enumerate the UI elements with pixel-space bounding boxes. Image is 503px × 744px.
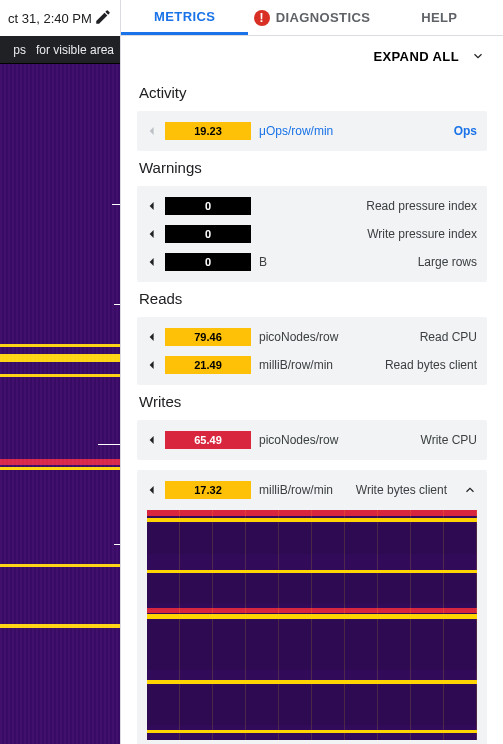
metric-unit: milliB/row/min bbox=[259, 483, 333, 497]
subbar-right-text: for visible area bbox=[36, 43, 114, 57]
svg-marker-4 bbox=[150, 333, 154, 341]
section-writes-expanded: 17.32 milliB/row/min Write bytes client bbox=[137, 470, 487, 744]
heatmap-texture bbox=[0, 64, 120, 744]
metric-unit[interactable]: μOps/row/min bbox=[259, 124, 333, 138]
alert-icon: ! bbox=[254, 10, 270, 26]
svg-marker-5 bbox=[150, 361, 154, 369]
tab-metrics[interactable]: METRICS bbox=[121, 0, 248, 35]
collapse-arrow-icon[interactable] bbox=[147, 331, 157, 343]
collapse-arrow-icon[interactable] bbox=[147, 256, 157, 268]
subbar-left-text: ps bbox=[13, 43, 26, 57]
collapse-arrow-icon[interactable] bbox=[147, 434, 157, 446]
metric-bar: 65.49 bbox=[165, 431, 251, 449]
metric-unit: picoNodes/row bbox=[259, 433, 338, 447]
tabs: METRICS ! DIAGNOSTICS HELP bbox=[121, 0, 503, 36]
left-topbar: ct 31, 2:40 PM bbox=[0, 0, 120, 36]
axis-tick bbox=[98, 444, 120, 445]
metric-label: Read pressure index bbox=[366, 199, 477, 213]
heatmap-inline[interactable] bbox=[147, 510, 477, 740]
heatmap-left[interactable] bbox=[0, 64, 120, 744]
metric-unit: milliB/row/min bbox=[259, 358, 333, 372]
chevron-up-icon[interactable] bbox=[463, 483, 477, 497]
section-title-writes: Writes bbox=[139, 393, 487, 410]
metric-bar: 79.46 bbox=[165, 328, 251, 346]
metric-label: Read bytes client bbox=[385, 358, 477, 372]
timestamp-label: ct 31, 2:40 PM bbox=[8, 11, 92, 26]
metric-unit: picoNodes/row bbox=[259, 330, 338, 344]
expand-all-row[interactable]: EXPAND ALL bbox=[121, 36, 503, 76]
metric-label: Write pressure index bbox=[367, 227, 477, 241]
section-title-warnings: Warnings bbox=[139, 159, 487, 176]
svg-marker-1 bbox=[150, 202, 154, 210]
metric-bar: 0 bbox=[165, 225, 251, 243]
collapse-arrow-icon[interactable] bbox=[147, 484, 157, 496]
metric-row[interactable]: 17.32 milliB/row/min Write bytes client bbox=[147, 476, 477, 504]
tab-help[interactable]: HELP bbox=[376, 0, 503, 35]
left-subbar: ps for visible area bbox=[0, 36, 120, 64]
right-panel: METRICS ! DIAGNOSTICS HELP EXPAND ALL Ac… bbox=[120, 0, 503, 744]
collapse-arrow-icon[interactable] bbox=[147, 125, 157, 137]
metric-row[interactable]: 65.49 picoNodes/row Write CPU bbox=[147, 426, 477, 454]
section-title-activity: Activity bbox=[139, 84, 487, 101]
metric-label: Write CPU bbox=[421, 433, 477, 447]
heatmap-grid bbox=[147, 510, 477, 740]
metrics-content: Activity 19.23 μOps/row/min Ops Warnings… bbox=[121, 76, 503, 744]
svg-marker-0 bbox=[150, 127, 154, 135]
svg-marker-3 bbox=[150, 258, 154, 266]
metric-row[interactable]: 79.46 picoNodes/row Read CPU bbox=[147, 323, 477, 351]
left-panel: ct 31, 2:40 PM ps for visible area bbox=[0, 0, 120, 744]
metric-row[interactable]: 21.49 milliB/row/min Read bytes client bbox=[147, 351, 477, 379]
collapse-arrow-icon[interactable] bbox=[147, 228, 157, 240]
tab-diagnostics-label: DIAGNOSTICS bbox=[276, 10, 371, 25]
metric-row[interactable]: 19.23 μOps/row/min Ops bbox=[147, 117, 477, 145]
metric-label: Write bytes client bbox=[356, 483, 447, 497]
metric-label[interactable]: Ops bbox=[454, 124, 477, 138]
metric-bar: 0 bbox=[165, 253, 251, 271]
metric-bar: 21.49 bbox=[165, 356, 251, 374]
metric-row[interactable]: 0 B Large rows bbox=[147, 248, 477, 276]
metric-label: Read CPU bbox=[420, 330, 477, 344]
section-reads: 79.46 picoNodes/row Read CPU 21.49 milli… bbox=[137, 317, 487, 385]
metric-bar: 19.23 bbox=[165, 122, 251, 140]
tab-diagnostics[interactable]: ! DIAGNOSTICS bbox=[248, 0, 375, 35]
section-title-reads: Reads bbox=[139, 290, 487, 307]
metric-row[interactable]: 0 Read pressure index bbox=[147, 192, 477, 220]
svg-marker-6 bbox=[150, 436, 154, 444]
axis-tick bbox=[112, 204, 120, 205]
axis-tick bbox=[114, 304, 120, 305]
metric-row[interactable]: 0 Write pressure index bbox=[147, 220, 477, 248]
metric-unit: B bbox=[259, 255, 267, 269]
expand-all-label: EXPAND ALL bbox=[373, 49, 459, 64]
metric-bar: 17.32 bbox=[165, 481, 251, 499]
section-activity: 19.23 μOps/row/min Ops bbox=[137, 111, 487, 151]
axis-tick bbox=[114, 544, 120, 545]
collapse-arrow-icon[interactable] bbox=[147, 359, 157, 371]
metric-label: Large rows bbox=[418, 255, 477, 269]
section-warnings: 0 Read pressure index 0 Write pressure i… bbox=[137, 186, 487, 282]
svg-marker-7 bbox=[150, 486, 154, 494]
collapse-arrow-icon[interactable] bbox=[147, 200, 157, 212]
metric-bar: 0 bbox=[165, 197, 251, 215]
edit-icon[interactable] bbox=[94, 8, 112, 29]
chevron-down-icon bbox=[471, 49, 485, 63]
section-writes: 65.49 picoNodes/row Write CPU bbox=[137, 420, 487, 460]
svg-marker-2 bbox=[150, 230, 154, 238]
